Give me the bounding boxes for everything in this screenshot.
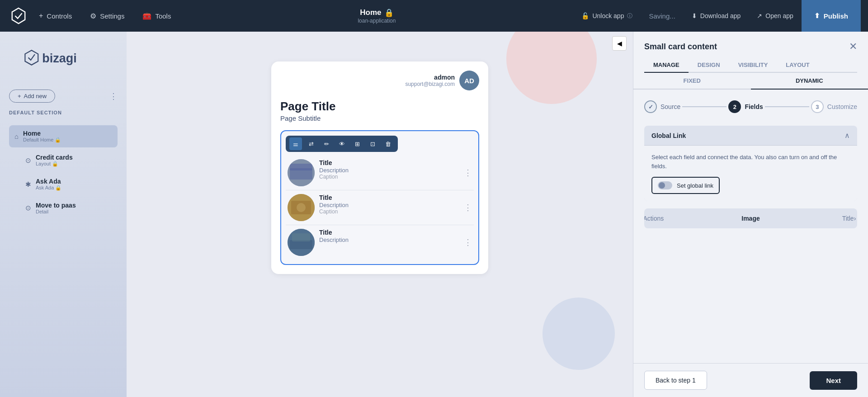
open-label: Open app [765, 12, 793, 19]
global-link-desc: Select each field and connect the data. … [651, 153, 850, 170]
svg-point-8 [297, 203, 306, 212]
tools-icon: 🧰 [142, 12, 151, 20]
sidebar-item-ask-ada[interactable]: ✱ Ask Ada Ask Ada 🔒 [9, 173, 118, 195]
main-layout: bizagi + Add new ⋮ DEFAULT SECTION ⌂ Hom… [0, 32, 868, 397]
step-label-fields: Fields [745, 103, 763, 110]
tab-layout[interactable]: LAYOUT [777, 58, 818, 73]
sidebar-more-button[interactable]: ⋮ [109, 91, 118, 101]
panel-title: Small card content [644, 42, 717, 52]
card-more-2[interactable]: ⋮ [464, 203, 472, 213]
tools-nav-item[interactable]: 🧰 Tools [133, 0, 180, 32]
controls-nav-item[interactable]: + Controls [30, 0, 81, 32]
global-link-title: Global Link [651, 132, 686, 139]
global-link-section: Global Link ∧ Select each field and conn… [644, 126, 857, 201]
card-list-wrapper: ⚌ ⇄ ✏ 👁 ⊞ ⊡ 🗑 [280, 130, 479, 265]
card-thumbnail-3 [288, 229, 315, 256]
section-label: DEFAULT SECTION [9, 110, 118, 115]
tab-manage[interactable]: MANAGE [644, 58, 689, 73]
global-link-header[interactable]: Global Link ∧ [644, 126, 857, 145]
subtab-dynamic[interactable]: DYNAMIC [751, 73, 868, 90]
back-to-step-button[interactable]: Back to step 1 [644, 371, 707, 390]
global-link-toggle-label: Set global link [677, 182, 713, 189]
toolbar-expand-btn[interactable]: ⊡ [366, 137, 379, 150]
card-title-2: Title [319, 194, 459, 201]
svg-rect-5 [290, 164, 312, 170]
subtab-fixed[interactable]: FIXED [633, 73, 751, 90]
global-link-toggle-row: Set global link [651, 177, 720, 194]
nav-list: ⌂ Home Default Home 🔒 ⊙ Credit cards Lay… [9, 125, 118, 219]
saving-label: Saving... [649, 12, 675, 20]
svg-rect-11 [292, 233, 310, 241]
download-app-button[interactable]: ⬇ Download app [684, 0, 749, 32]
toolbar-delete-btn[interactable]: 🗑 [382, 137, 394, 150]
publish-icon: ⬆ [814, 12, 820, 20]
canvas-user-name: admon [405, 74, 455, 81]
publish-button[interactable]: ⬆ Publish [802, 0, 861, 32]
sidebar-item-move-to-paas[interactable]: ⊙ Move to paas Detail [9, 197, 118, 219]
credit-cards-icon: ⊙ [25, 156, 31, 165]
card-content-1: Title Description Caption [319, 159, 459, 180]
next-button[interactable]: Next [810, 371, 857, 390]
unlock-label: Unlock app [592, 12, 624, 19]
controls-label: Controls [47, 12, 72, 20]
nav-center: Home 🔒 loan-application [180, 8, 573, 24]
toolbar-columns-btn[interactable]: ⊞ [351, 137, 363, 150]
bg-decoration-blue [542, 298, 615, 370]
card-more-1[interactable]: ⋮ [464, 168, 472, 178]
card-more-3[interactable]: ⋮ [464, 237, 472, 247]
info-icon: ⓘ [627, 12, 632, 20]
sidebar-item-credit-cards[interactable]: ⊙ Credit cards Layout 🔒 [9, 149, 118, 171]
sidebar-item-home[interactable]: ⌂ Home Default Home 🔒 [9, 125, 118, 147]
open-app-button[interactable]: ↗ Open app [749, 0, 802, 32]
canvas-collapse-button[interactable]: ◀ [612, 36, 627, 51]
tab-visibility[interactable]: VISIBILITY [729, 58, 777, 73]
card-list-toolbar: ⚌ ⇄ ✏ 👁 ⊞ ⊡ 🗑 [286, 136, 398, 152]
card-caption-1: Caption [319, 174, 459, 180]
settings-label: Settings [100, 12, 124, 20]
toolbar-view-btn[interactable]: 👁 [335, 137, 348, 150]
step-customize[interactable]: 3 Customize [811, 100, 857, 113]
fields-nav: ‹ Actions Image Title › [644, 208, 857, 228]
canvas-page-subtitle: Page Subtitle [280, 114, 479, 122]
top-nav: + Controls ⚙ Settings 🧰 Tools Home 🔒 loa… [0, 0, 868, 32]
unlock-app-button[interactable]: 🔓 Unlock app ⓘ [573, 0, 641, 32]
canvas-page-title: Page Title [280, 99, 479, 113]
panel-close-button[interactable]: ✕ [849, 41, 857, 52]
fields-nav-next[interactable]: Title › [841, 208, 857, 228]
credit-cards-title: Credit cards [36, 154, 73, 161]
lock-icon: 🔒 [384, 8, 394, 18]
nav-right: 🔓 Unlock app ⓘ Saving... ⬇ Download app … [573, 0, 861, 32]
tools-label: Tools [155, 12, 171, 20]
app-title-row: Home 🔒 [360, 8, 393, 18]
home-item-title: Home [23, 130, 61, 137]
toolbar-move-btn[interactable]: ⇄ [305, 137, 317, 150]
fields-nav-center: Image [660, 215, 841, 222]
download-icon: ⬇ [692, 12, 697, 19]
card-content-3: Title Description [319, 229, 459, 243]
panel-header: Small card content ✕ MANAGE DESIGN VISIB… [633, 32, 868, 73]
global-link-body: Select each field and connect the data. … [644, 145, 857, 201]
panel-tabs: MANAGE DESIGN VISIBILITY LAYOUT [644, 58, 857, 73]
canvas-avatar: AD [459, 71, 479, 90]
fields-nav-next-label: Title [842, 215, 854, 222]
card-caption-2: Caption [319, 208, 459, 215]
card-item: Title Description ⋮ [286, 225, 474, 260]
step-source[interactable]: ✓ Source [644, 100, 680, 113]
move-icon: ⊙ [25, 204, 31, 212]
global-link-toggle[interactable] [658, 181, 672, 189]
settings-nav-item[interactable]: ⚙ Settings [81, 0, 133, 32]
next-label: Next [826, 377, 841, 384]
add-new-button[interactable]: + Add new [9, 90, 55, 103]
tab-design[interactable]: DESIGN [689, 58, 729, 73]
section-header-row: + Add new ⋮ [9, 90, 118, 103]
back-label: Back to step 1 [656, 377, 696, 384]
ask-ada-sub: Ask Ada 🔒 [36, 185, 61, 191]
toolbar-filter-btn[interactable]: ⚌ [289, 137, 302, 150]
plus-icon: + [39, 12, 43, 20]
card-title-1: Title [319, 159, 459, 166]
step-fields[interactable]: 2 Fields [728, 100, 763, 113]
toolbar-edit-btn[interactable]: ✏ [320, 137, 333, 150]
panel-title-row: Small card content ✕ [644, 41, 857, 52]
fields-nav-prev[interactable]: ‹ Actions [644, 208, 660, 228]
open-icon: ↗ [757, 12, 762, 19]
